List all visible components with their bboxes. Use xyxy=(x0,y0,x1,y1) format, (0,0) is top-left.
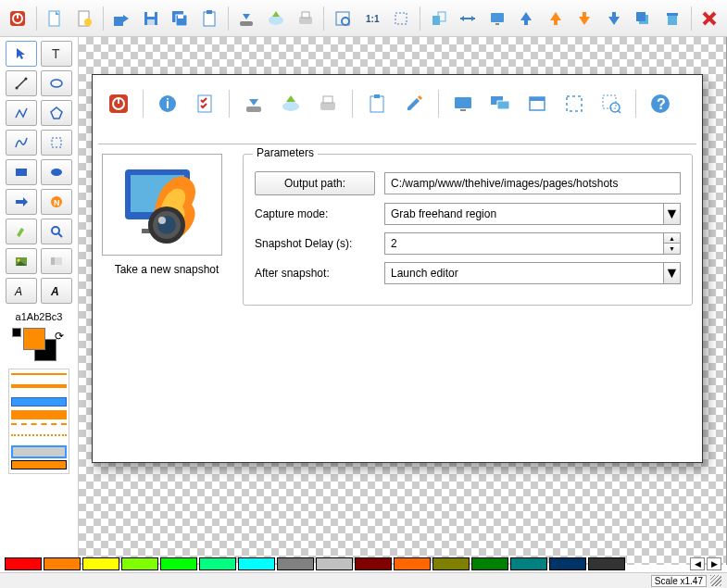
export-button[interactable] xyxy=(108,5,136,32)
palette-color[interactable] xyxy=(432,557,470,570)
new-file-button[interactable] xyxy=(42,5,69,32)
rect-tool[interactable] xyxy=(6,159,37,185)
font-italic-tool[interactable]: A xyxy=(6,278,37,304)
info-button[interactable]: i xyxy=(151,87,184,120)
checklist-button[interactable] xyxy=(188,87,221,120)
chevron-down-icon[interactable]: ▼ xyxy=(664,203,681,225)
help-button[interactable]: ? xyxy=(644,87,677,120)
output-path-button[interactable]: Output path: xyxy=(255,171,375,195)
save-all-button[interactable] xyxy=(167,5,194,32)
palette-color[interactable] xyxy=(5,557,42,570)
polygon-tool[interactable] xyxy=(41,100,72,126)
font-bold-tool[interactable]: A xyxy=(41,278,72,304)
palette-color[interactable] xyxy=(199,557,236,570)
freehand-button[interactable] xyxy=(595,87,628,120)
power-button[interactable] xyxy=(4,5,31,32)
palette-color[interactable] xyxy=(82,557,119,570)
chevron-down-icon[interactable]: ▼ xyxy=(664,262,681,284)
number-tool[interactable]: N xyxy=(41,189,72,215)
upload-button[interactable] xyxy=(262,5,290,32)
screens-button[interactable] xyxy=(483,87,517,120)
palette-color[interactable] xyxy=(394,557,431,570)
after-select[interactable] xyxy=(384,262,664,284)
line-style-dotted[interactable] xyxy=(11,434,67,444)
arrow-down-orange-button[interactable] xyxy=(570,5,598,32)
magnify-tool[interactable] xyxy=(41,219,72,244)
palette-color[interactable] xyxy=(355,557,392,570)
palette-color[interactable] xyxy=(121,557,158,570)
color-swatches[interactable]: ⟳ xyxy=(6,328,71,365)
crop-tool[interactable] xyxy=(41,130,72,156)
dialog-print-button[interactable] xyxy=(311,87,345,120)
highlight-tool[interactable] xyxy=(6,219,37,244)
arrow-down-blue-button[interactable] xyxy=(600,5,628,32)
trash-button[interactable] xyxy=(658,5,686,32)
save-button[interactable] xyxy=(137,5,165,32)
text-tool[interactable]: T xyxy=(41,41,72,67)
dialog-power-button[interactable] xyxy=(102,87,135,120)
line-style-solid-thick[interactable] xyxy=(11,384,67,394)
zoom-fit-button[interactable] xyxy=(329,5,357,32)
polyline-tool[interactable] xyxy=(6,100,37,126)
resize-grip[interactable] xyxy=(710,575,721,586)
svg-text:A: A xyxy=(50,285,59,298)
fit-width-button[interactable] xyxy=(454,5,482,32)
palette-color[interactable] xyxy=(510,557,547,570)
image-tool[interactable] xyxy=(6,248,37,274)
palette-color[interactable] xyxy=(316,557,353,570)
snapshot-preview[interactable] xyxy=(102,154,222,256)
blur-tool[interactable] xyxy=(41,248,72,274)
palette-color[interactable] xyxy=(277,557,314,570)
dialog-clipboard-button[interactable] xyxy=(360,87,394,120)
svg-point-19 xyxy=(269,16,283,25)
curve-tool[interactable] xyxy=(6,130,37,156)
scale-button[interactable] xyxy=(425,5,453,32)
select-tool[interactable] xyxy=(6,41,37,67)
palette-color[interactable] xyxy=(160,557,197,570)
svg-rect-26 xyxy=(395,13,407,24)
palette-color[interactable] xyxy=(238,557,275,570)
window-button[interactable] xyxy=(520,87,554,120)
svg-marker-78 xyxy=(249,99,258,106)
crop-button[interactable] xyxy=(387,5,415,32)
ellipse-tool[interactable] xyxy=(41,70,72,96)
delay-up-button[interactable]: ▲ xyxy=(664,232,681,244)
delay-down-button[interactable]: ▼ xyxy=(664,244,681,255)
clipboard-button[interactable] xyxy=(195,5,223,32)
open-file-button[interactable] xyxy=(70,5,98,32)
output-path-input[interactable] xyxy=(384,172,681,194)
region-button[interactable] xyxy=(558,87,591,120)
snapshot-caption: Take a new snapshot xyxy=(102,263,232,276)
capture-mode-select[interactable] xyxy=(384,203,664,225)
arrow-tool[interactable] xyxy=(6,189,37,215)
palette-color[interactable] xyxy=(44,557,81,570)
line-tool[interactable] xyxy=(6,70,37,96)
monitor-button[interactable] xyxy=(483,5,511,32)
download-button[interactable] xyxy=(233,5,261,32)
line-style-solid-thin[interactable] xyxy=(11,373,67,382)
canvas[interactable]: i ? xyxy=(79,37,727,565)
svg-rect-22 xyxy=(302,12,309,18)
svg-marker-38 xyxy=(579,17,590,25)
palette-next-button[interactable]: ▶ xyxy=(707,557,721,570)
dialog-upload-button[interactable] xyxy=(274,87,307,120)
palette-color[interactable] xyxy=(588,557,625,570)
screen-button[interactable] xyxy=(446,87,480,120)
print-button[interactable] xyxy=(292,5,320,32)
arrow-up-orange-button[interactable] xyxy=(542,5,570,32)
zoom-actual-button[interactable]: 1:1 xyxy=(358,5,386,32)
foreground-color-swatch[interactable] xyxy=(23,328,45,350)
line-style-dashed[interactable] xyxy=(11,423,67,432)
delay-input[interactable] xyxy=(384,232,664,255)
edit-button[interactable] xyxy=(397,87,431,120)
close-button[interactable] xyxy=(696,5,724,32)
svg-marker-20 xyxy=(272,11,280,17)
arrow-up-blue-button[interactable] xyxy=(512,5,540,32)
layers-button[interactable] xyxy=(630,5,658,32)
palette-color[interactable] xyxy=(549,557,586,570)
dialog-download-button[interactable] xyxy=(237,87,270,120)
svg-rect-76 xyxy=(198,95,211,112)
ellipse-fill-tool[interactable] xyxy=(41,159,72,185)
palette-prev-button[interactable]: ◀ xyxy=(690,557,705,570)
palette-color[interactable] xyxy=(471,557,508,570)
